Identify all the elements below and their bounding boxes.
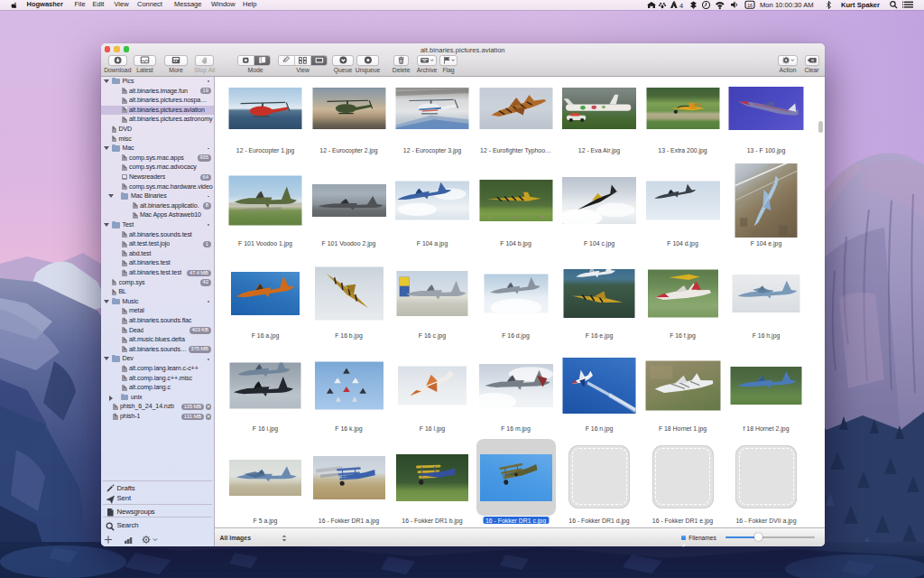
svg-text:Mon 10:00:30 AM: Mon 10:00:30 AM (760, 1, 814, 9)
svg-text:4: 4 (679, 2, 683, 10)
svg-text:Kurt Spaker: Kurt Spaker (841, 1, 880, 9)
svg-text:16: 16 (747, 3, 753, 8)
